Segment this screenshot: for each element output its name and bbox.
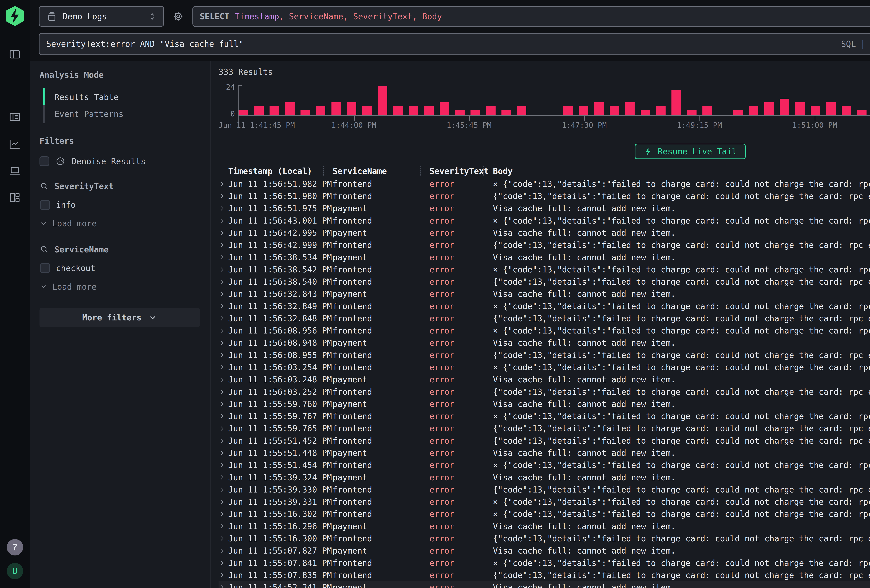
histogram-bar[interactable] [270, 106, 279, 115]
histogram-bar[interactable] [656, 106, 666, 115]
row-expand-chevron-icon[interactable] [219, 450, 228, 456]
histogram-bar[interactable] [641, 110, 650, 115]
row-expand-chevron-icon[interactable] [219, 376, 228, 383]
log-row[interactable]: Jun 11 1:55:16.296 PM payment error Visa… [219, 520, 870, 532]
histogram-bar[interactable] [409, 106, 418, 115]
histogram-bar[interactable] [362, 106, 372, 115]
source-settings-gear-icon[interactable] [169, 6, 187, 27]
histogram-bars[interactable] [238, 85, 870, 116]
row-expand-chevron-icon[interactable] [219, 242, 228, 249]
log-row[interactable]: Jun 11 1:56:51.982 PM frontend error × {… [219, 178, 870, 190]
row-expand-chevron-icon[interactable] [219, 400, 228, 408]
log-row[interactable]: Jun 11 1:55:51.448 PM payment error Visa… [219, 447, 870, 459]
select-clause-input[interactable]: SELECT Timestamp, ServiceName, SeverityT… [192, 6, 870, 27]
column-resize-handle[interactable] [483, 166, 484, 176]
log-row[interactable]: Jun 11 1:56:32.843 PM payment error Visa… [219, 288, 870, 300]
results-histogram[interactable]: 24 0 Jun 11 1:41:45 PM1:44:00 PM1:45:45 … [219, 83, 870, 135]
histogram-bar[interactable] [486, 106, 496, 115]
row-expand-chevron-icon[interactable] [219, 278, 228, 285]
row-expand-chevron-icon[interactable] [219, 413, 228, 420]
denoise-checkbox[interactable] [40, 156, 49, 166]
mode-event-patterns[interactable]: Event Patterns [40, 106, 200, 123]
log-row[interactable]: Jun 11 1:56:08.956 PM frontend error × {… [219, 325, 870, 337]
histogram-bar[interactable] [702, 106, 712, 115]
histogram-bar[interactable] [347, 102, 356, 115]
log-row[interactable]: Jun 11 1:55:39.324 PM payment error Visa… [219, 471, 870, 484]
row-expand-chevron-icon[interactable] [219, 462, 228, 469]
histogram-bar[interactable] [502, 110, 511, 115]
search-logs-icon[interactable] [6, 108, 24, 126]
column-header-servicename[interactable]: ServiceName [332, 166, 429, 176]
histogram-bar[interactable] [579, 106, 588, 115]
log-row[interactable]: Jun 11 1:54:52.241 PM payment error Visa… [219, 581, 870, 588]
filter-checkbox[interactable] [40, 200, 50, 210]
histogram-bar[interactable] [625, 102, 635, 115]
chart-explorer-icon[interactable] [6, 135, 24, 153]
histogram-bar[interactable] [238, 110, 248, 115]
histogram-bar[interactable] [842, 106, 851, 115]
histogram-bar[interactable] [594, 102, 604, 115]
row-expand-chevron-icon[interactable] [219, 205, 228, 212]
row-expand-chevron-icon[interactable] [219, 217, 228, 224]
log-row[interactable]: Jun 11 1:56:38.540 PM frontend error {"c… [219, 275, 870, 288]
filter-checkbox[interactable] [40, 263, 50, 273]
language-sql-option[interactable]: SQL [841, 39, 856, 49]
filter-option-info[interactable]: info [40, 200, 200, 210]
row-expand-chevron-icon[interactable] [219, 425, 228, 432]
log-row[interactable]: Jun 11 1:55:16.300 PM frontend error {"c… [219, 532, 870, 545]
row-expand-chevron-icon[interactable] [219, 364, 228, 371]
histogram-bar[interactable] [672, 90, 681, 115]
row-expand-chevron-icon[interactable] [219, 327, 228, 334]
histogram-bar[interactable] [795, 102, 805, 115]
histogram-bar[interactable] [749, 106, 758, 115]
column-resize-handle[interactable] [323, 166, 324, 176]
log-row[interactable]: Jun 11 1:55:59.767 PM frontend error × {… [219, 410, 870, 423]
log-row[interactable]: Jun 11 1:55:07.827 PM payment error Visa… [219, 545, 870, 557]
dashboards-icon[interactable] [6, 189, 24, 207]
histogram-bar[interactable] [393, 106, 403, 115]
search-input[interactable] [46, 39, 835, 49]
log-row[interactable]: Jun 11 1:56:43.001 PM frontend error × {… [219, 214, 870, 227]
row-expand-chevron-icon[interactable] [219, 303, 228, 310]
log-row[interactable]: Jun 11 1:56:03.252 PM frontend error {"c… [219, 386, 870, 398]
histogram-bar[interactable] [471, 110, 480, 115]
histogram-bar[interactable] [610, 106, 619, 115]
histogram-bar[interactable] [517, 106, 526, 115]
histogram-bar[interactable] [455, 110, 465, 115]
row-expand-chevron-icon[interactable] [219, 547, 228, 554]
row-expand-chevron-icon[interactable] [219, 474, 228, 481]
histogram-bar[interactable] [780, 99, 789, 115]
row-expand-chevron-icon[interactable] [219, 499, 228, 505]
column-resize-handle[interactable] [420, 166, 420, 176]
filter-option-checkout[interactable]: checkout [40, 263, 200, 273]
histogram-bar[interactable] [857, 110, 867, 115]
log-row[interactable]: Jun 11 1:55:07.841 PM frontend error × {… [219, 557, 870, 569]
load-more-severitytext[interactable]: Load more [40, 219, 200, 228]
log-row[interactable]: Jun 11 1:56:32.848 PM frontend error {"c… [219, 312, 870, 325]
histogram-bar[interactable] [316, 106, 326, 115]
log-row[interactable]: Jun 11 1:56:08.948 PM payment error Visa… [219, 337, 870, 349]
resume-live-tail-button[interactable]: Resume Live Tail [635, 144, 746, 159]
row-expand-chevron-icon[interactable] [219, 315, 228, 322]
help-button[interactable]: ? [7, 539, 23, 555]
log-row[interactable]: Jun 11 1:55:16.302 PM frontend error × {… [219, 508, 870, 520]
log-row[interactable]: Jun 11 1:55:39.330 PM frontend error {"c… [219, 484, 870, 496]
column-header-timestamp[interactable]: Timestamp (Local) [228, 166, 332, 176]
mode-results-table[interactable]: Results Table [40, 89, 200, 106]
histogram-bar[interactable] [301, 110, 310, 115]
column-header-body[interactable]: Body [493, 166, 870, 176]
more-filters-button[interactable]: More filters [40, 308, 200, 327]
row-expand-chevron-icon[interactable] [219, 291, 228, 298]
row-expand-chevron-icon[interactable] [219, 352, 228, 359]
log-row[interactable]: Jun 11 1:56:42.999 PM frontend error {"c… [219, 239, 870, 251]
row-expand-chevron-icon[interactable] [219, 254, 228, 261]
histogram-bar[interactable] [764, 102, 774, 115]
row-expand-chevron-icon[interactable] [219, 523, 228, 530]
histogram-bar[interactable] [563, 106, 573, 115]
log-row[interactable]: Jun 11 1:56:32.849 PM frontend error × {… [219, 300, 870, 312]
row-expand-chevron-icon[interactable] [219, 389, 228, 395]
log-row[interactable]: Jun 11 1:55:51.452 PM frontend error {"c… [219, 435, 870, 447]
sessions-icon[interactable] [6, 162, 24, 180]
denoise-results-toggle[interactable]: Denoise Results [40, 156, 200, 167]
row-expand-chevron-icon[interactable] [219, 437, 228, 444]
